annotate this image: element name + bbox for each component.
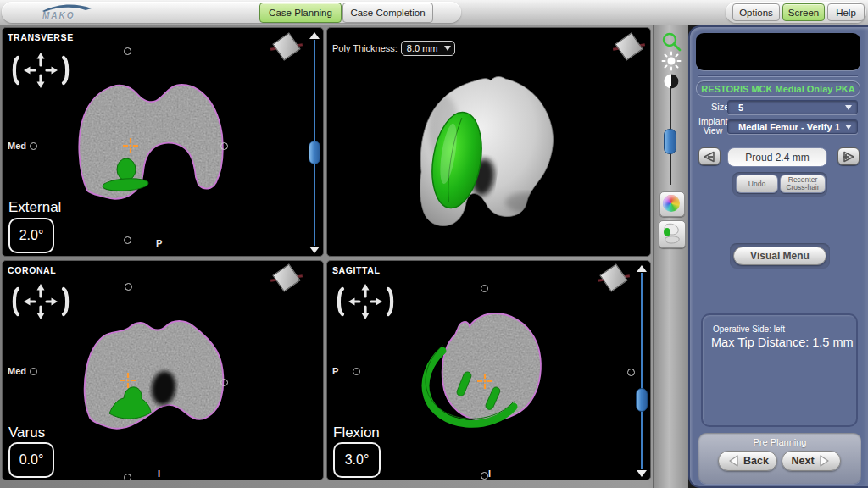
viewport-transverse: TRANSVERSE Med P External 2.0° xyxy=(2,27,324,257)
viewport-title: SAGITTAL xyxy=(332,265,381,275)
minus-arrow-icon xyxy=(700,150,719,164)
orientation-label-med: Med xyxy=(8,366,26,376)
viewport-title: TRANSVERSE xyxy=(8,32,74,42)
arrow-right-icon xyxy=(818,454,832,468)
implant-peg-overlay xyxy=(117,158,136,180)
operative-side-text: Operative Side: left xyxy=(713,324,785,334)
undo-button[interactable]: Undo xyxy=(736,175,778,193)
pan-rotate-compass-icon[interactable] xyxy=(336,281,395,322)
landmark-circle xyxy=(627,369,635,376)
slider-handle[interactable] xyxy=(309,141,320,164)
status-display xyxy=(696,33,860,70)
tab-case-planning[interactable]: Case Planning xyxy=(259,3,342,23)
implant-system-title: RESTORIS MCK Medial Onlay PKA xyxy=(696,80,860,97)
control-panel: RESTORIS MCK Medial Onlay PKA Size 5 Imp… xyxy=(688,25,868,488)
knee-bone-icon xyxy=(659,221,683,246)
slider-up-arrow[interactable] xyxy=(637,265,647,272)
poly-thickness-dropdown[interactable]: 8.0 mm xyxy=(401,41,455,56)
slider-up-arrow[interactable] xyxy=(309,32,320,39)
color-sphere-button[interactable] xyxy=(659,191,685,217)
orientation-label-posterior: P xyxy=(332,366,338,376)
screen-button[interactable]: Screen xyxy=(782,3,825,21)
landmark-circle xyxy=(125,283,132,291)
slider-handle[interactable] xyxy=(636,388,648,412)
landmark-circle xyxy=(124,236,131,244)
offset-increase-button[interactable] xyxy=(837,147,860,165)
viewport-sagittal: SAGITTAL P I Flexion 3.0° xyxy=(326,260,651,480)
tab-case-completion[interactable]: Case Completion xyxy=(342,3,433,23)
cut-plane-icon[interactable] xyxy=(272,266,301,291)
viewport-area: TRANSVERSE Med P External 2.0° xyxy=(0,25,688,488)
orientation-label-inferior: I xyxy=(488,469,491,479)
angle-value-box: 0.0° xyxy=(8,442,54,478)
landmark-circle xyxy=(124,474,131,480)
implant-offset-display: Proud 2.4 mm xyxy=(727,147,827,167)
slice-slider[interactable] xyxy=(308,32,321,253)
next-button[interactable]: Next xyxy=(782,451,841,471)
mako-logo-text: MAKO xyxy=(42,11,75,20)
cut-plane-icon[interactable] xyxy=(615,35,643,60)
orientation-label-med: Med xyxy=(8,141,26,151)
options-button[interactable]: Options xyxy=(732,3,780,21)
viewport-title: CORONAL xyxy=(8,265,56,275)
back-button[interactable]: Back xyxy=(718,451,777,471)
angle-label: External xyxy=(8,199,61,216)
size-dropdown[interactable]: 5 xyxy=(727,100,858,114)
cut-plane-icon[interactable] xyxy=(272,35,301,60)
chevron-down-icon xyxy=(845,125,852,130)
landmark-circle xyxy=(220,379,228,386)
slice-slider[interactable] xyxy=(635,265,648,477)
recenter-crosshair-button[interactable]: Recenter Cross-hair xyxy=(780,175,826,193)
angle-label: Flexion xyxy=(333,424,380,441)
app-window: MAKO Case Planning Case Completion Optio… xyxy=(0,0,868,488)
angle-value-box: 2.0° xyxy=(8,218,54,253)
mako-logo: MAKO xyxy=(36,2,129,24)
top-bar: MAKO Case Planning Case Completion Optio… xyxy=(0,0,868,25)
zoom-magnifier-icon[interactable] xyxy=(660,30,682,53)
slider-down-arrow[interactable] xyxy=(637,470,647,477)
viewport-3d: Poly Thickness: 8.0 mm xyxy=(326,27,651,257)
landmark-circle xyxy=(30,368,37,375)
max-tip-distance-text: Max Tip Distance: 1.5 mm xyxy=(711,336,854,349)
orientation-label-posterior: P xyxy=(156,238,162,248)
slider-track[interactable] xyxy=(641,273,643,469)
cut-plane-icon[interactable] xyxy=(599,266,628,291)
chevron-down-icon xyxy=(444,46,451,51)
tool-strip xyxy=(653,25,688,488)
implant-view-dropdown[interactable]: Medial Femur - Verify 1 xyxy=(727,119,858,134)
offset-decrease-button[interactable] xyxy=(698,147,721,165)
color-sphere-icon xyxy=(663,195,680,212)
visual-menu-button[interactable]: Visual Menu xyxy=(733,247,826,265)
viewport-coronal: CORONAL Med I Varus 0.0° xyxy=(2,260,324,480)
landmark-circle xyxy=(481,285,488,292)
landmark-circle xyxy=(124,47,131,55)
arrow-left-icon xyxy=(726,454,740,468)
help-button[interactable]: Help xyxy=(827,3,865,21)
poly-thickness-row: Poly Thickness: 8.0 mm xyxy=(332,40,455,57)
landmark-circle xyxy=(30,142,37,150)
implant-view-label: Implant View xyxy=(698,117,727,136)
pan-rotate-compass-icon[interactable] xyxy=(11,281,70,322)
stage-label: Pre Planning xyxy=(698,437,861,447)
landmark-circle xyxy=(353,368,360,375)
brightness-sun-icon[interactable] xyxy=(661,51,682,71)
chevron-down-icon xyxy=(845,105,852,110)
stage-navigation: Pre Planning Back Next xyxy=(698,433,861,484)
window-level-slider-handle[interactable] xyxy=(664,129,676,154)
plus-arrow-icon xyxy=(839,150,858,164)
angle-value-box: 3.0° xyxy=(333,442,381,478)
contrast-icon[interactable] xyxy=(662,72,681,91)
orientation-label-inferior: I xyxy=(158,469,160,479)
slider-down-arrow[interactable] xyxy=(309,247,320,253)
landmark-circle xyxy=(220,142,228,150)
planning-info-box: Operative Side: left Max Tip Distance: 1… xyxy=(701,313,858,427)
poly-thickness-label: Poly Thickness: xyxy=(332,43,398,53)
divider xyxy=(698,75,858,77)
pan-rotate-compass-icon[interactable] xyxy=(11,50,70,91)
femur-3d-model xyxy=(327,28,651,257)
landmark-circle xyxy=(481,472,488,480)
angle-label: Varus xyxy=(8,424,45,441)
knee-view-button[interactable] xyxy=(659,220,686,248)
